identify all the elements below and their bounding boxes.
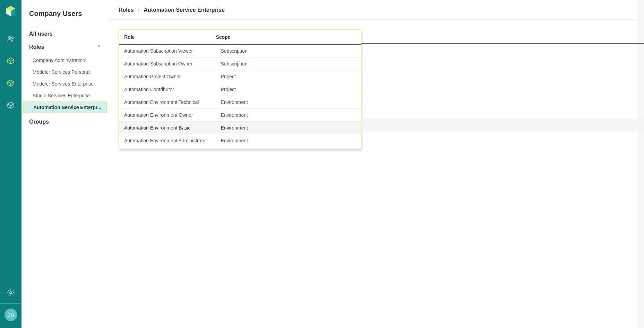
nav-all-users[interactable]: All users <box>22 27 109 41</box>
table-row[interactable]: Automation Subscription Owner Subscripti… <box>119 57 361 70</box>
cell-scope: Environment <box>216 109 361 122</box>
breadcrumb-root[interactable]: Roles <box>119 7 134 13</box>
rail-cube-2[interactable] <box>0 72 22 94</box>
nav-label: Groups <box>29 119 49 125</box>
cell-role: Automation Environment Basic <box>119 122 216 134</box>
cell-role: Automation Contributor <box>119 83 216 96</box>
rail-cube-1[interactable] <box>0 50 22 72</box>
cell-scope: Subscription <box>216 57 361 70</box>
svg-point-4 <box>9 36 11 38</box>
panel-title: Company Users <box>22 6 109 27</box>
cell-scope: Environment <box>216 96 361 109</box>
svg-point-5 <box>12 37 14 39</box>
hexagon-logo-icon <box>5 5 16 16</box>
svg-point-9 <box>10 292 12 294</box>
breadcrumb: Roles › Automation Service Enterprise <box>109 0 637 20</box>
nav-roles[interactable]: Roles ⌃ <box>22 41 109 54</box>
table-row[interactable]: Automation Contributor Project <box>119 83 361 96</box>
avatar-initials: DG <box>7 312 14 318</box>
header-underline-ext <box>361 43 644 44</box>
nav-label: Roles <box>29 44 44 50</box>
role-item-modeler-personal[interactable]: Modeler Services Personal <box>22 66 109 78</box>
role-item-automation-enterprise[interactable]: Automation Service Enterpr... <box>23 101 107 113</box>
role-item-modeler-enterprise[interactable]: Modeler Services Enterprise <box>22 78 109 90</box>
icon-rail: DG <box>0 0 22 328</box>
table-row[interactable]: Automation Environment Administrator Env… <box>119 134 361 147</box>
rail-cube-3[interactable] <box>0 94 22 116</box>
table-row[interactable]: Automation Project Owner Project <box>119 70 361 83</box>
rail-users-icon[interactable] <box>0 28 22 50</box>
table-row[interactable]: Automation Environment Technical Environ… <box>119 96 361 109</box>
roles-sublist: Company Administration Modeler Services … <box>22 54 109 115</box>
cell-role: Automation Subscription Owner <box>119 57 216 70</box>
cell-scope: Subscription <box>216 44 361 57</box>
cube-outline-icon <box>7 57 15 65</box>
cube-outline-icon <box>7 79 15 87</box>
cube-outline-icon <box>7 101 15 109</box>
table-row[interactable]: Automation Subscription Viewer Subscript… <box>119 44 361 57</box>
cell-scope: Environment <box>216 134 361 147</box>
breadcrumb-current: Automation Service Enterprise <box>144 7 225 13</box>
user-avatar[interactable]: DG <box>5 309 17 321</box>
cell-scope: Project <box>216 83 361 96</box>
cell-role: Automation Environment Owner <box>119 109 216 122</box>
chevron-up-icon: ⌃ <box>97 44 101 50</box>
roles-table-container: Role Scope Automation Subscription Viewe… <box>119 29 627 149</box>
cell-scope: Environment <box>216 122 361 134</box>
content-card: Roles › Automation Service Enterprise Ro… <box>109 0 637 328</box>
cell-scope: Project <box>216 70 361 83</box>
role-item-company-admin[interactable]: Company Administration <box>22 54 109 66</box>
gear-icon <box>7 289 15 297</box>
table-highlight-box: Role Scope Automation Subscription Viewe… <box>119 29 361 149</box>
row-hover-ext <box>361 118 644 131</box>
main-area: Roles › Automation Service Enterprise Ro… <box>109 0 644 328</box>
side-panel: Company Users All users Roles ⌃ Company … <box>22 0 109 328</box>
col-header-scope[interactable]: Scope <box>216 30 361 44</box>
table-row[interactable]: Automation Environment Basic Environment <box>119 122 361 134</box>
nav-label: All users <box>29 31 53 37</box>
settings-button[interactable] <box>0 282 22 303</box>
nav-groups[interactable]: Groups <box>22 115 109 128</box>
app-logo[interactable] <box>3 3 18 18</box>
cell-role: Automation Subscription Viewer <box>119 44 216 57</box>
cell-role: Automation Environment Administrator <box>119 134 216 147</box>
users-icon <box>7 35 15 43</box>
role-item-studio-enterprise[interactable]: Studio Services Enterprise <box>22 90 109 101</box>
table-row[interactable]: Automation Environment Owner Environment <box>119 109 361 122</box>
roles-table: Role Scope Automation Subscription Viewe… <box>119 30 361 147</box>
rail-divider <box>0 303 22 304</box>
chevron-right-icon: › <box>138 7 140 13</box>
col-header-role[interactable]: Role <box>119 30 216 44</box>
cell-role: Automation Project Owner <box>119 70 216 83</box>
cell-role: Automation Environment Technical <box>119 96 216 109</box>
